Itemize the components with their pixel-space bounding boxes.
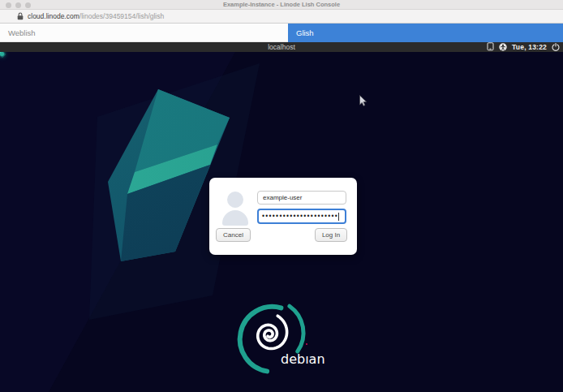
url-domain: cloud.linode.com [28,12,80,20]
password-masked-value: •••••••••••••••••••••• [262,213,338,220]
window-title: Example-Instance - Linode Lish Console [0,0,563,10]
tab-weblish[interactable]: Weblish [0,24,288,42]
login-button[interactable]: Log In [315,228,347,242]
url-bar[interactable]: cloud.linode.com/linodes/39459154/lish/g… [0,10,563,24]
hostname-label: localhost [0,42,563,52]
debian-logo: debıan [232,300,331,378]
url-text[interactable]: cloud.linode.com/linodes/39459154/lish/g… [28,12,164,20]
debian-wordmark: debıan [281,351,325,367]
mouse-cursor-icon [359,95,367,110]
glish-desktop: •••••••••••••••••••••• Cancel Log In deb… [0,52,563,392]
status-tray: Tue, 13:22 [487,42,560,52]
username-input[interactable] [257,191,346,205]
gnome-top-bar: localhost Tue, 13:22 [0,42,563,52]
tab-glish[interactable]: Glish [288,24,563,42]
user-avatar-icon [221,192,250,229]
cancel-button[interactable]: Cancel [216,228,251,242]
lish-tab-bar: Weblish Glish [0,24,563,42]
debian-arc-right [290,306,303,351]
login-dialog: •••••••••••••••••••••• Cancel Log In [209,178,357,255]
password-input[interactable]: •••••••••••••••••••••• [257,209,346,224]
debian-swirl-icon [258,316,287,348]
browser-window: Example-Instance - Linode Lish Console c… [0,0,563,392]
lock-icon [17,12,24,20]
titlebar: Example-Instance - Linode Lish Console [0,0,563,10]
clock-label[interactable]: Tue, 13:22 [512,43,547,51]
text-caret [338,213,339,221]
url-path: /linodes/39459154/lish/glish [80,12,164,20]
